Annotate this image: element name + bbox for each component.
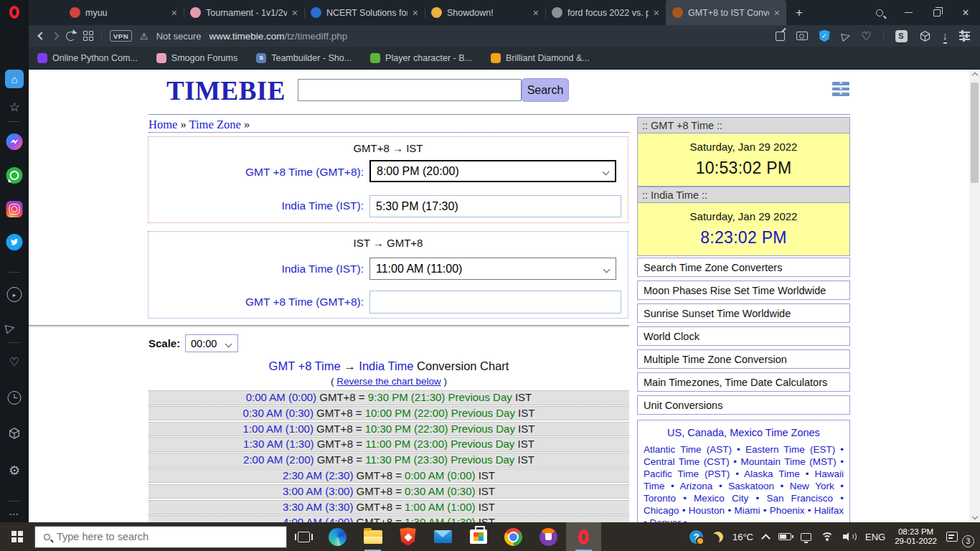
india-time-input[interactable] <box>369 195 621 217</box>
start-button[interactable] <box>0 522 34 551</box>
sidebar-messenger-button[interactable] <box>6 133 23 150</box>
browser-tab[interactable]: ford focus 2022 vs. poke× <box>545 0 666 25</box>
cast-button[interactable] <box>801 533 811 541</box>
tray-expand-button[interactable] <box>763 532 769 542</box>
volume-button[interactable] <box>843 532 856 542</box>
chart-gmt8-link[interactable]: GMT +8 Time <box>269 359 341 372</box>
extension-s-icon[interactable]: S <box>895 30 908 42</box>
side-link-item[interactable]: Search Time Zone Converters <box>637 258 850 277</box>
us-zone-link[interactable]: Alaska Time <box>744 468 800 479</box>
back-button[interactable] <box>37 32 45 39</box>
side-link-item[interactable]: World Clock <box>637 326 850 346</box>
side-link-item[interactable]: Unit Conversions <box>637 395 850 415</box>
scroll-down-button[interactable] <box>969 511 980 522</box>
us-zone-link[interactable]: Mountain Time (MST) <box>741 456 837 467</box>
us-zone-link[interactable]: New York <box>790 481 834 491</box>
page-scrollbar[interactable] <box>969 70 980 522</box>
action-center-button[interactable] <box>946 532 958 542</box>
get-help-icon[interactable]: ? <box>689 530 703 544</box>
sidebar-instagram-button[interactable] <box>6 201 23 217</box>
adblock-shield-icon[interactable]: ✓ <box>819 30 830 42</box>
gmt8-time-input[interactable] <box>369 291 621 314</box>
sidebar-player-button[interactable]: ▸ <box>7 287 22 302</box>
taskbar-app-chrome[interactable] <box>496 522 531 551</box>
tab-close-button[interactable]: × <box>654 8 659 18</box>
tab-close-button[interactable]: × <box>413 8 418 18</box>
browser-tab[interactable]: NCERT Solutions for Clas× <box>304 0 425 25</box>
us-zone-link[interactable]: Mexico City <box>694 493 748 504</box>
reload-button[interactable] <box>66 32 75 41</box>
tab-close-button[interactable]: × <box>171 8 177 18</box>
page-menu-icon[interactable] <box>832 82 849 96</box>
us-zone-link[interactable]: Houston <box>689 505 725 516</box>
sidebar-whatsapp-button[interactable] <box>6 167 23 184</box>
us-zone-link[interactable]: Atlantic Time (AST) <box>644 444 732 455</box>
us-zone-link[interactable]: Phoenix <box>770 505 805 516</box>
us-zone-link[interactable]: Toronto <box>644 493 676 504</box>
url-text[interactable]: www.timebie.com/tz/timediff.php <box>209 31 348 42</box>
my-flow-icon[interactable]: ▷ <box>842 29 850 42</box>
india-time-select[interactable]: 11:00 AM (11:00) <box>369 258 616 280</box>
us-zone-link[interactable]: Denver <box>649 517 681 522</box>
minimize-button[interactable] <box>894 0 923 25</box>
close-button[interactable]: × <box>951 0 980 25</box>
gmt8-time-select[interactable]: 8:00 PM (20:00) <box>369 160 616 182</box>
notification-badge[interactable]: 3 <box>962 535 974 547</box>
sidebar-history-button[interactable] <box>8 391 22 405</box>
speed-dial-button[interactable] <box>83 31 93 41</box>
timebie-logo[interactable]: TIMEBIE <box>166 75 286 106</box>
tab-close-button[interactable]: × <box>774 8 780 18</box>
side-link-item[interactable]: Sunrise Sunset Time Worldwide <box>637 303 850 323</box>
maximize-button[interactable] <box>923 0 951 25</box>
us-zone-link[interactable]: San Francisco <box>766 493 833 504</box>
security-label[interactable]: Not secure <box>156 31 202 42</box>
sidebar-star-button[interactable]: ☆ <box>9 100 19 115</box>
reverse-chart-link[interactable]: Reverse the chart below <box>336 376 441 387</box>
site-search-button[interactable]: Search <box>522 78 569 102</box>
sidebar-flow-button[interactable]: ▷ <box>10 321 19 334</box>
us-zone-link[interactable]: Miami <box>734 505 760 516</box>
battery-button[interactable] <box>778 533 791 540</box>
breadcrumb-timezone-link[interactable]: Time Zone <box>189 118 241 131</box>
us-zone-link[interactable]: Saskatoon <box>728 481 774 491</box>
us-zone-link[interactable]: Central Time (CST) <box>644 456 730 467</box>
us-timezones-title[interactable]: US, Canada, Mexico Time Zones <box>638 427 849 438</box>
new-tab-button[interactable]: + <box>786 0 812 25</box>
taskbar-search-input[interactable] <box>57 531 258 542</box>
cube-extension-icon[interactable] <box>919 30 931 42</box>
us-zone-link[interactable]: Arizona <box>680 481 713 491</box>
browser-tab[interactable]: GMT+8 to IST Converter× <box>666 0 786 25</box>
task-view-button[interactable] <box>287 522 320 551</box>
bookmark-item[interactable]: Player character - B... <box>370 53 472 63</box>
us-zone-link[interactable]: Halifax <box>814 505 844 516</box>
opera-menu-button[interactable] <box>9 6 19 19</box>
pinboard-icon[interactable] <box>776 32 785 41</box>
easy-setup-icon[interactable] <box>959 32 970 39</box>
sidebar-settings-button[interactable]: ⚙ <box>9 463 20 479</box>
taskbar-app-edge[interactable] <box>320 522 355 551</box>
tab-close-button[interactable]: × <box>533 8 539 18</box>
bookmark-item[interactable]: Brilliant Diamond &... <box>491 53 590 63</box>
taskbar-search[interactable] <box>34 526 287 548</box>
scroll-up-button[interactable] <box>969 70 980 81</box>
temperature-label[interactable]: 16°C <box>732 532 753 542</box>
taskbar-app-file-explorer[interactable] <box>355 522 390 551</box>
us-zone-link[interactable]: Eastern Time (EST) <box>745 444 835 455</box>
taskbar-app-brave[interactable] <box>390 522 425 551</box>
taskbar-app-opera[interactable] <box>566 522 601 551</box>
chart-india-link[interactable]: India Time <box>359 359 413 372</box>
site-search-input[interactable] <box>298 79 522 101</box>
breadcrumb-home-link[interactable]: Home <box>149 118 177 131</box>
us-zone-link[interactable]: Chicago <box>644 505 679 516</box>
network-button[interactable] <box>821 532 834 542</box>
taskbar-clock[interactable]: 08:23 PM 29-01-2022 <box>895 527 937 547</box>
snapshot-icon[interactable] <box>796 32 808 40</box>
scale-select[interactable]: 00:00 <box>185 334 238 352</box>
language-indicator[interactable]: ENG <box>865 532 885 542</box>
sidebar-extensions-button[interactable] <box>8 427 21 443</box>
bookmark-item[interactable]: Smogon Forums <box>156 53 237 63</box>
bookmark-item[interactable]: Online Python Com... <box>37 53 138 63</box>
side-link-item[interactable]: Main Timezones, Time Date Calculators <box>637 372 850 392</box>
bookmark-item[interactable]: STeambuilder - Sho... <box>256 53 352 63</box>
sidebar-more-button[interactable]: ⋯ <box>9 508 20 519</box>
